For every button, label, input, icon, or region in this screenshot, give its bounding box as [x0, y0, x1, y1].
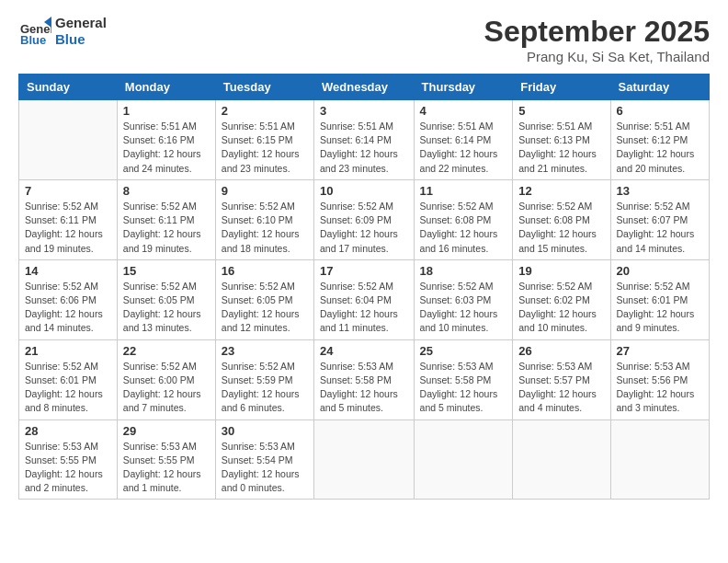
day-info: Sunrise: 5:53 AM Sunset: 5:58 PM Dayligh…: [420, 360, 507, 416]
day-number: 21: [25, 344, 111, 358]
calendar-cell: 23Sunrise: 5:52 AM Sunset: 5:59 PM Dayli…: [215, 339, 313, 419]
day-info: Sunrise: 5:53 AM Sunset: 5:54 PM Dayligh…: [222, 440, 308, 496]
calendar-week-row: 14Sunrise: 5:52 AM Sunset: 6:06 PM Dayli…: [19, 259, 710, 339]
day-info: Sunrise: 5:52 AM Sunset: 6:11 PM Dayligh…: [25, 200, 111, 256]
day-number: 9: [222, 184, 308, 198]
day-number: 17: [320, 264, 408, 278]
day-info: Sunrise: 5:52 AM Sunset: 6:01 PM Dayligh…: [617, 280, 703, 336]
calendar-cell: 24Sunrise: 5:53 AM Sunset: 5:58 PM Dayli…: [314, 339, 415, 419]
calendar-week-row: 28Sunrise: 5:53 AM Sunset: 5:55 PM Dayli…: [19, 419, 710, 500]
day-info: Sunrise: 5:52 AM Sunset: 6:07 PM Dayligh…: [617, 200, 703, 256]
day-number: 3: [320, 104, 408, 118]
calendar-week-row: 21Sunrise: 5:52 AM Sunset: 6:01 PM Dayli…: [19, 339, 710, 419]
day-number: 18: [420, 264, 507, 278]
calendar-cell: [414, 419, 513, 500]
calendar-cell: 29Sunrise: 5:53 AM Sunset: 5:55 PM Dayli…: [117, 419, 215, 500]
weekday-header-thursday: Thursday: [414, 75, 513, 100]
day-number: 2: [222, 104, 308, 118]
day-info: Sunrise: 5:51 AM Sunset: 6:12 PM Dayligh…: [617, 120, 703, 176]
calendar-cell: 6Sunrise: 5:51 AM Sunset: 6:12 PM Daylig…: [610, 100, 709, 180]
day-info: Sunrise: 5:53 AM Sunset: 5:56 PM Dayligh…: [617, 360, 703, 416]
day-number: 11: [420, 184, 507, 198]
day-number: 30: [222, 424, 308, 438]
day-info: Sunrise: 5:51 AM Sunset: 6:14 PM Dayligh…: [420, 120, 507, 176]
day-info: Sunrise: 5:52 AM Sunset: 6:08 PM Dayligh…: [420, 200, 507, 256]
calendar-cell: 9Sunrise: 5:52 AM Sunset: 6:10 PM Daylig…: [215, 179, 313, 259]
day-info: Sunrise: 5:52 AM Sunset: 6:10 PM Dayligh…: [222, 200, 308, 256]
day-info: Sunrise: 5:51 AM Sunset: 6:13 PM Dayligh…: [518, 120, 604, 176]
calendar-cell: 30Sunrise: 5:53 AM Sunset: 5:54 PM Dayli…: [215, 419, 313, 500]
day-number: 12: [518, 184, 604, 198]
day-info: Sunrise: 5:52 AM Sunset: 6:02 PM Dayligh…: [518, 280, 604, 336]
day-number: 7: [25, 184, 111, 198]
day-number: 22: [123, 344, 210, 358]
day-number: 20: [617, 264, 703, 278]
day-number: 15: [123, 264, 210, 278]
day-info: Sunrise: 5:53 AM Sunset: 5:57 PM Dayligh…: [518, 360, 604, 416]
month-title: September 2025: [484, 15, 710, 49]
calendar-cell: [19, 100, 118, 180]
day-info: Sunrise: 5:52 AM Sunset: 6:11 PM Dayligh…: [123, 200, 210, 256]
calendar-cell: 27Sunrise: 5:53 AM Sunset: 5:56 PM Dayli…: [610, 339, 709, 419]
day-number: 13: [617, 184, 703, 198]
calendar-cell: 20Sunrise: 5:52 AM Sunset: 6:01 PM Dayli…: [610, 259, 709, 339]
calendar-cell: 2Sunrise: 5:51 AM Sunset: 6:15 PM Daylig…: [215, 100, 313, 180]
day-info: Sunrise: 5:52 AM Sunset: 6:06 PM Dayligh…: [25, 280, 111, 336]
logo-general: General: [55, 15, 107, 31]
day-number: 26: [518, 344, 604, 358]
day-number: 23: [222, 344, 308, 358]
day-number: 28: [25, 424, 111, 438]
weekday-header-monday: Monday: [117, 75, 215, 100]
calendar-cell: 3Sunrise: 5:51 AM Sunset: 6:14 PM Daylig…: [314, 100, 415, 180]
logo: General Blue General Blue: [18, 15, 107, 48]
calendar-cell: 11Sunrise: 5:52 AM Sunset: 6:08 PM Dayli…: [414, 179, 513, 259]
day-number: 29: [123, 424, 210, 438]
day-info: Sunrise: 5:52 AM Sunset: 6:08 PM Dayligh…: [518, 200, 604, 256]
day-info: Sunrise: 5:52 AM Sunset: 6:09 PM Dayligh…: [320, 200, 408, 256]
day-info: Sunrise: 5:53 AM Sunset: 5:55 PM Dayligh…: [123, 440, 210, 496]
day-number: 14: [25, 264, 111, 278]
calendar-cell: [314, 419, 415, 500]
calendar-cell: 5Sunrise: 5:51 AM Sunset: 6:13 PM Daylig…: [513, 100, 610, 180]
day-info: Sunrise: 5:52 AM Sunset: 6:04 PM Dayligh…: [320, 280, 408, 336]
calendar-cell: 4Sunrise: 5:51 AM Sunset: 6:14 PM Daylig…: [414, 100, 513, 180]
day-info: Sunrise: 5:53 AM Sunset: 5:55 PM Dayligh…: [25, 440, 111, 496]
calendar-week-row: 1Sunrise: 5:51 AM Sunset: 6:16 PM Daylig…: [19, 100, 710, 180]
calendar-week-row: 7Sunrise: 5:52 AM Sunset: 6:11 PM Daylig…: [19, 179, 710, 259]
calendar-cell: 10Sunrise: 5:52 AM Sunset: 6:09 PM Dayli…: [314, 179, 415, 259]
calendar-cell: 16Sunrise: 5:52 AM Sunset: 6:05 PM Dayli…: [215, 259, 313, 339]
weekday-header-wednesday: Wednesday: [314, 75, 415, 100]
calendar-cell: 22Sunrise: 5:52 AM Sunset: 6:00 PM Dayli…: [117, 339, 215, 419]
logo-blue: Blue: [55, 31, 107, 48]
day-number: 25: [420, 344, 507, 358]
day-info: Sunrise: 5:52 AM Sunset: 6:05 PM Dayligh…: [123, 280, 210, 336]
calendar-cell: 26Sunrise: 5:53 AM Sunset: 5:57 PM Dayli…: [513, 339, 610, 419]
location-title: Prang Ku, Si Sa Ket, Thailand: [484, 49, 710, 64]
calendar-table: SundayMondayTuesdayWednesdayThursdayFrid…: [18, 74, 710, 500]
day-info: Sunrise: 5:52 AM Sunset: 5:59 PM Dayligh…: [222, 360, 308, 416]
calendar-cell: 18Sunrise: 5:52 AM Sunset: 6:03 PM Dayli…: [414, 259, 513, 339]
page-header: General Blue General Blue September 2025…: [18, 15, 710, 64]
day-number: 5: [518, 104, 604, 118]
day-info: Sunrise: 5:51 AM Sunset: 6:15 PM Dayligh…: [222, 120, 308, 176]
day-info: Sunrise: 5:52 AM Sunset: 6:05 PM Dayligh…: [222, 280, 308, 336]
calendar-cell: 7Sunrise: 5:52 AM Sunset: 6:11 PM Daylig…: [19, 179, 118, 259]
svg-text:Blue: Blue: [20, 33, 46, 47]
day-info: Sunrise: 5:51 AM Sunset: 6:14 PM Dayligh…: [320, 120, 408, 176]
calendar-cell: 12Sunrise: 5:52 AM Sunset: 6:08 PM Dayli…: [513, 179, 610, 259]
day-number: 24: [320, 344, 408, 358]
calendar-cell: 19Sunrise: 5:52 AM Sunset: 6:02 PM Dayli…: [513, 259, 610, 339]
calendar-header-row: SundayMondayTuesdayWednesdayThursdayFrid…: [19, 75, 710, 100]
day-info: Sunrise: 5:52 AM Sunset: 6:03 PM Dayligh…: [420, 280, 507, 336]
calendar-cell: [513, 419, 610, 500]
calendar-title-area: September 2025 Prang Ku, Si Sa Ket, Thai…: [484, 15, 710, 64]
weekday-header-friday: Friday: [513, 75, 610, 100]
calendar-cell: 8Sunrise: 5:52 AM Sunset: 6:11 PM Daylig…: [117, 179, 215, 259]
day-info: Sunrise: 5:52 AM Sunset: 6:00 PM Dayligh…: [123, 360, 210, 416]
day-info: Sunrise: 5:51 AM Sunset: 6:16 PM Dayligh…: [123, 120, 210, 176]
day-info: Sunrise: 5:52 AM Sunset: 6:01 PM Dayligh…: [25, 360, 111, 416]
calendar-cell: 1Sunrise: 5:51 AM Sunset: 6:16 PM Daylig…: [117, 100, 215, 180]
weekday-header-tuesday: Tuesday: [215, 75, 313, 100]
logo-icon: General Blue: [18, 15, 51, 48]
day-number: 1: [123, 104, 210, 118]
